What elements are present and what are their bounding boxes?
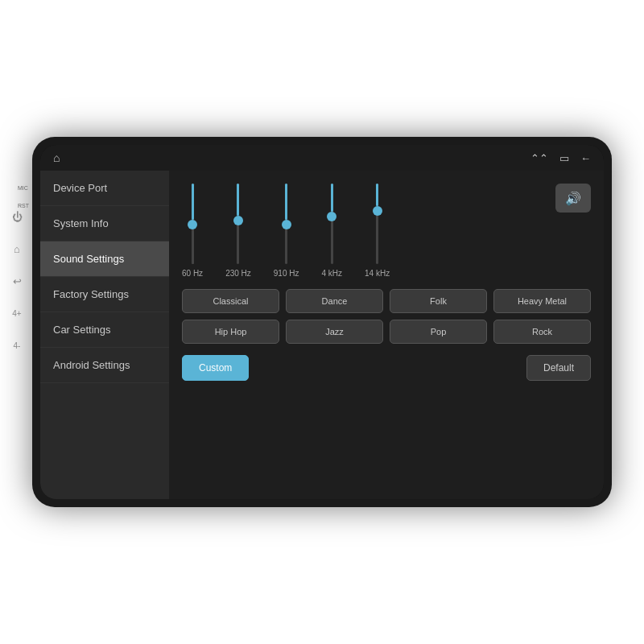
window-icon[interactable]: ▭ (559, 152, 569, 164)
preset-hip-hop[interactable]: Hip Hop (182, 320, 279, 344)
sidebar-item-system-info[interactable]: System Info (40, 206, 169, 242)
preset-rock[interactable]: Rock (493, 320, 591, 344)
back-side-button[interactable]: ↩ (10, 274, 24, 288)
preset-folk[interactable]: Folk (390, 289, 487, 313)
eq-channel-910hz: 910 Hz (274, 184, 299, 278)
eq-track-4khz[interactable] (331, 184, 333, 264)
preset-heavy-metal[interactable]: Heavy Metal (493, 289, 591, 313)
power-button[interactable]: ⏻ (10, 209, 24, 224)
mic-label: MIC (18, 185, 28, 191)
vol-up-button[interactable]: 4+ (10, 306, 24, 320)
home-icon[interactable]: ⌂ (53, 151, 60, 164)
sidebar-item-factory-settings[interactable]: Factory Settings (40, 277, 169, 312)
device-frame: MIC RST ⏻ ⌂ ↩ 4+ 4- ⌂ ⌃⌃ ▭ ← (32, 137, 612, 507)
chevron-up-icon[interactable]: ⌃⌃ (530, 152, 548, 164)
home-side-button[interactable]: ⌂ (10, 242, 24, 256)
status-bar-left: ⌂ (53, 151, 60, 164)
eq-label-910hz: 910 Hz (274, 269, 299, 278)
eq-track-14khz[interactable] (376, 184, 378, 264)
content-area: 60 Hz 230 Hz (169, 171, 604, 499)
rst-label: RST (18, 203, 29, 208)
eq-knob-230hz[interactable] (233, 216, 243, 225)
sidebar-item-car-settings[interactable]: Car Settings (40, 312, 169, 348)
preset-grid: Classical Dance Folk Heavy Metal Hip Hop… (182, 289, 591, 344)
preset-classical[interactable]: Classical (182, 289, 279, 313)
eq-knob-4khz[interactable] (327, 212, 336, 221)
eq-channel-4khz: 4 kHz (322, 184, 343, 278)
eq-track-910hz[interactable] (285, 184, 287, 264)
eq-track-230hz[interactable] (237, 184, 239, 264)
eq-label-4khz: 4 kHz (322, 269, 343, 278)
eq-label-60hz: 60 Hz (182, 269, 203, 278)
eq-sliders: 60 Hz 230 Hz (182, 184, 390, 278)
sidebar-item-android-settings[interactable]: Android Settings (40, 348, 169, 383)
eq-channel-14khz: 14 kHz (365, 184, 390, 278)
eq-channel-230hz: 230 Hz (225, 184, 251, 278)
eq-track-60hz[interactable] (192, 184, 194, 264)
sidebar-item-sound-settings[interactable]: Sound Settings (40, 242, 169, 277)
sidebar: Device Port System Info Sound Settings F… (40, 171, 169, 499)
eq-section: 60 Hz 230 Hz (182, 184, 591, 278)
side-buttons: ⏻ ⌂ ↩ 4+ 4- (10, 209, 24, 353)
custom-button[interactable]: Custom (182, 355, 249, 381)
eq-label-14khz: 14 kHz (365, 269, 390, 278)
main-area: Device Port System Info Sound Settings F… (40, 171, 604, 499)
status-bar-right: ⌃⌃ ▭ ← (530, 152, 591, 164)
mute-button[interactable]: 🔊 (555, 184, 591, 213)
eq-knob-14khz[interactable] (373, 206, 382, 216)
preset-jazz[interactable]: Jazz (286, 320, 383, 344)
eq-knob-60hz[interactable] (188, 220, 197, 229)
default-button[interactable]: Default (526, 355, 591, 381)
preset-dance[interactable]: Dance (286, 289, 383, 313)
preset-pop[interactable]: Pop (390, 320, 487, 344)
vol-down-button[interactable]: 4- (10, 338, 24, 353)
eq-label-230hz: 230 Hz (225, 269, 251, 278)
eq-channel-60hz: 60 Hz (182, 184, 203, 278)
action-row: Custom Default (182, 355, 591, 381)
eq-knob-910hz[interactable] (282, 220, 291, 229)
speaker-icon: 🔊 (565, 191, 581, 206)
screen: ⌂ ⌃⌃ ▭ ← Device Port System Info Sound S… (40, 145, 604, 499)
back-nav-icon[interactable]: ← (580, 152, 591, 164)
sidebar-item-device-port[interactable]: Device Port (40, 171, 169, 206)
status-bar: ⌂ ⌃⌃ ▭ ← (40, 145, 604, 171)
